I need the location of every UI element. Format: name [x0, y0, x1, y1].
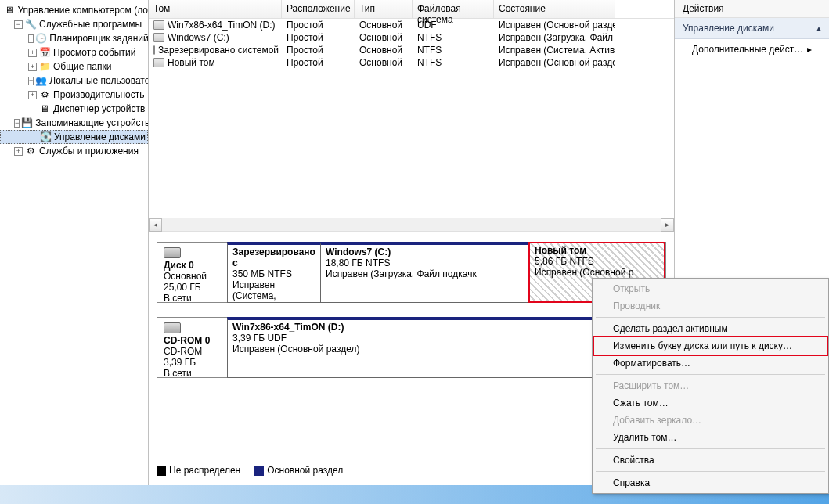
separator	[596, 374, 825, 375]
drive-icon	[153, 45, 155, 55]
col-layout[interactable]: Расположение	[282, 0, 355, 18]
device-icon: 🖥	[38, 103, 51, 115]
scroll-right-icon[interactable]: ►	[661, 218, 674, 232]
tree-performance[interactable]: +⚙Производительность	[0, 88, 148, 102]
expand-icon[interactable]: +	[28, 49, 37, 57]
expand-icon[interactable]: +	[14, 147, 23, 156]
col-status[interactable]: Состояние	[494, 0, 615, 18]
calendar-icon: 📅	[38, 46, 51, 59]
col-volume[interactable]: Том	[149, 0, 282, 18]
tree-disk-management[interactable]: 💽Управление дисками	[0, 130, 148, 144]
disk-label[interactable]: CD-ROM 0 CD-ROM 3,39 ГБ В сети	[157, 318, 228, 377]
tree-services[interactable]: +⚙Службы и приложения	[0, 144, 148, 158]
disk-row: CD-ROM 0 CD-ROM 3,39 ГБ В сети Win7x86-x…	[157, 317, 666, 378]
ctx-explorer: Проводник	[594, 297, 827, 315]
separator	[596, 471, 825, 472]
ctx-mirror: Добавить зеркало…	[594, 412, 827, 429]
horizontal-scrollbar[interactable]: ◄ ►	[149, 218, 674, 231]
storage-icon: 💾	[21, 117, 33, 129]
perf-icon: ⚙	[38, 88, 51, 101]
ctx-delete[interactable]: Удалить том…	[594, 429, 827, 446]
separator	[596, 317, 825, 318]
users-icon: 👥	[35, 74, 47, 87]
collapse-icon[interactable]: −	[14, 119, 20, 128]
tree-shared-folders[interactable]: +📁Общие папки	[0, 59, 148, 74]
tree-local-users[interactable]: +👥Локальные пользовате	[0, 74, 148, 88]
legend-swatch-unallocated	[157, 466, 166, 476]
disk-icon: 💽	[39, 131, 52, 143]
separator	[596, 448, 825, 449]
tools-icon: 🔧	[24, 18, 37, 31]
clock-icon: 🕒	[35, 32, 47, 45]
context-menu: Открыть Проводник Сделать раздел активны…	[592, 278, 829, 494]
col-type[interactable]: Тип	[355, 0, 413, 18]
ctx-open: Открыть	[594, 280, 827, 297]
tree-system-tools[interactable]: −🔧Служебные программы	[0, 17, 148, 31]
scroll-left-icon[interactable]: ◄	[149, 218, 162, 232]
actions-header: Действия	[675, 0, 829, 18]
expand-icon[interactable]: +	[28, 63, 37, 71]
ctx-make-active[interactable]: Сделать раздел активным	[594, 320, 827, 337]
ctx-properties[interactable]: Свойства	[594, 452, 827, 469]
tree-task-scheduler[interactable]: +🕒Планировщик заданий	[0, 31, 148, 45]
nav-tree: 🖥Управление компьютером (ло −🔧Служебные …	[0, 0, 149, 485]
col-filesystem[interactable]: Файловая система	[413, 0, 494, 18]
disk-label[interactable]: Диск 0 Основной 25,00 ГБ В сети	[157, 243, 228, 302]
actions-category[interactable]: Управление дисками ▴	[675, 18, 829, 39]
legend: Не распределен Основной раздел	[157, 465, 343, 476]
ctx-format[interactable]: Форматировать…	[594, 355, 827, 372]
table-row[interactable]: Windows7 (C:)ПростойОсновнойNTFSИсправен…	[149, 31, 674, 44]
submenu-arrow-icon: ▸	[807, 44, 812, 55]
computer-icon: 🖥	[3, 4, 15, 16]
disk-row: Диск 0 Основной 25,00 ГБ В сети Зарезерв…	[157, 242, 666, 303]
partition[interactable]: Windows7 (C:) 18,80 ГБ NTFS Исправен (За…	[320, 242, 529, 303]
table-header: Том Расположение Тип Файловая система Со…	[149, 0, 674, 19]
cdrom-icon	[164, 322, 181, 333]
tree-event-viewer[interactable]: +📅Просмотр событий	[0, 45, 148, 59]
services-icon: ⚙	[24, 145, 37, 157]
partition[interactable]: Зарезервировано с 350 МБ NTFS Исправен (…	[227, 242, 321, 303]
tree-root[interactable]: 🖥Управление компьютером (ло	[0, 3, 148, 17]
volume-table: Том Расположение Тип Файловая система Со…	[149, 0, 674, 232]
drive-icon	[153, 58, 164, 67]
ctx-help[interactable]: Справка	[594, 474, 827, 491]
ctx-shrink[interactable]: Сжать том…	[594, 394, 827, 412]
table-row[interactable]: Win7x86-x64_TimON (D:)ПростойОсновнойUDF…	[149, 19, 674, 31]
legend-swatch-primary	[254, 466, 264, 476]
drive-icon	[153, 20, 164, 30]
tree-storage[interactable]: −💾Запоминающие устройства	[0, 116, 148, 130]
tree-device-manager[interactable]: 🖥Диспетчер устройств	[0, 102, 148, 116]
expand-icon[interactable]: +	[28, 34, 34, 43]
hdd-icon	[164, 247, 181, 258]
collapse-arrow-icon: ▴	[816, 23, 821, 34]
drive-icon	[153, 33, 164, 42]
ctx-extend: Расширить том…	[594, 377, 827, 394]
ctx-change-letter[interactable]: Изменить букву диска или путь к диску…	[593, 336, 828, 356]
expand-icon[interactable]: +	[28, 91, 37, 99]
collapse-icon[interactable]: −	[14, 20, 23, 29]
actions-more[interactable]: Дополнительные дейст… ▸	[675, 39, 829, 59]
folder-icon: 📁	[38, 60, 51, 73]
expand-icon[interactable]: +	[28, 77, 34, 85]
table-row[interactable]: Зарезервировано системойПростойОсновнойN…	[149, 44, 674, 56]
table-row[interactable]: Новый томПростойОсновнойNTFSИсправен (Ос…	[149, 56, 674, 69]
